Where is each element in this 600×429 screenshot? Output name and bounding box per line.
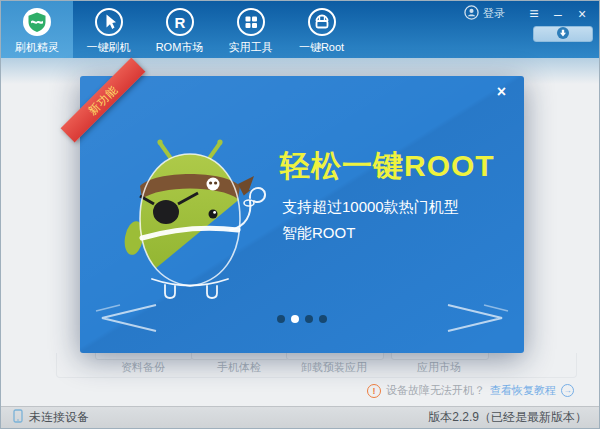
carousel-dot[interactable] <box>277 315 285 323</box>
promo-subtitle-line1: 支持超过10000款热门机型 <box>282 194 459 220</box>
close-icon[interactable]: × <box>575 7 589 21</box>
download-arrow-icon <box>557 25 569 43</box>
tool-label-checkup[interactable]: 手机体检 <box>184 360 294 375</box>
tab-label: ROM市场 <box>156 40 204 55</box>
header-right: 登录 ≡ – × <box>464 5 589 22</box>
modal-close-icon[interactable]: × <box>497 84 506 100</box>
cursor-flash-icon <box>94 7 124 37</box>
tab-label: 一键Root <box>299 40 344 55</box>
tab-one-key-root[interactable]: 一键Root <box>286 1 357 58</box>
tab-label: 刷机精灵 <box>15 40 59 55</box>
carousel-prev-icon[interactable] <box>94 302 158 338</box>
phone-icon <box>13 409 23 427</box>
pirate-android-mascot <box>110 134 270 308</box>
promo-modal: 新功能 × <box>80 76 524 353</box>
tool-label-market[interactable]: 应用市场 <box>384 360 494 375</box>
carousel-dot[interactable] <box>305 315 313 323</box>
version-text: 版本2.2.9（已经是最新版本） <box>428 409 587 426</box>
tab-label: 一键刷机 <box>87 40 131 55</box>
app-window: 刷机精灵 一键刷机 R ROM市场 <box>0 0 600 429</box>
user-icon <box>464 5 479 22</box>
tab-rom-market[interactable]: R ROM市场 <box>144 1 215 58</box>
carousel-dot[interactable] <box>291 315 299 323</box>
tab-label: 实用工具 <box>229 40 273 55</box>
tab-tools[interactable]: 实用工具 <box>215 1 286 58</box>
promo-subtitle: 支持超过10000款热门机型 智能ROOT <box>282 194 459 246</box>
promo-title: 轻松一键ROOT <box>280 146 495 187</box>
window-controls: ≡ – × <box>527 7 589 21</box>
carousel-dot[interactable] <box>319 315 327 323</box>
device-status-text: 未连接设备 <box>29 409 89 426</box>
rom-market-icon: R <box>165 7 195 37</box>
minimize-icon[interactable]: – <box>551 7 565 21</box>
device-status-group: 未连接设备 <box>13 409 89 427</box>
link-arrow-icon[interactable]: → <box>561 384 574 397</box>
download-button[interactable] <box>533 26 593 42</box>
recovery-link[interactable]: 查看恢复教程 <box>490 383 556 398</box>
tab-home[interactable]: 刷机精灵 <box>1 1 73 58</box>
recovery-bar: ! 设备故障无法开机？ 查看恢复教程 → <box>367 383 574 398</box>
status-bar: 未连接设备 版本2.2.9（已经是最新版本） <box>1 406 599 428</box>
svg-text:R: R <box>174 14 185 31</box>
app-logo-icon <box>22 7 52 37</box>
carousel-next-icon[interactable] <box>446 302 510 338</box>
login-label: 登录 <box>483 6 505 21</box>
tool-label-backup[interactable]: 资料备份 <box>88 360 198 375</box>
tab-one-key-flash[interactable]: 一键刷机 <box>73 1 144 58</box>
main-nav: 刷机精灵 一键刷机 R ROM市场 <box>1 1 357 58</box>
tools-grid-icon <box>236 7 266 37</box>
tool-label-uninstall[interactable]: 卸载预装应用 <box>279 360 389 375</box>
root-chest-icon <box>307 7 337 37</box>
login-button[interactable]: 登录 <box>464 5 505 22</box>
warning-icon: ! <box>367 384 381 398</box>
promo-subtitle-line2: 智能ROOT <box>282 220 459 246</box>
recovery-warning-text: 设备故障无法开机？ <box>386 383 485 398</box>
carousel-dots <box>277 315 327 323</box>
menu-icon[interactable]: ≡ <box>527 7 541 21</box>
